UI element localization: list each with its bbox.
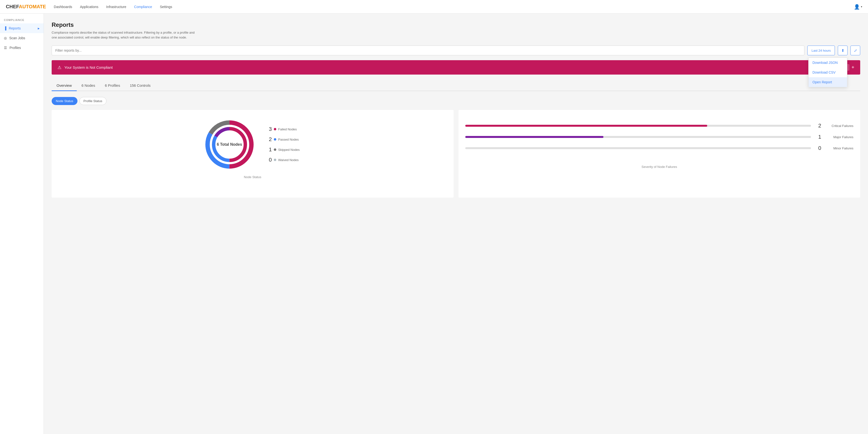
skipped-label: Skipped Nodes <box>278 148 303 152</box>
waived-dot <box>274 159 276 161</box>
sidebar-section-label: COMPLIANCE <box>0 13 43 23</box>
nav-dashboards[interactable]: Dashboards <box>54 5 72 9</box>
critical-fill <box>465 125 708 127</box>
failed-label: Failed Nodes <box>278 127 303 131</box>
reports-icon: ▐ <box>4 26 6 30</box>
filter-bar: Last 24 hours ⬆ Download JSON Download C… <box>52 45 860 55</box>
bar-row-major: 1 Major Failures <box>465 134 854 140</box>
major-count: 1 <box>814 134 821 140</box>
major-fill <box>465 136 604 138</box>
nav-infrastructure[interactable]: Infrastructure <box>106 5 126 9</box>
bar-row-minor: 0 Minor Failures <box>465 145 854 151</box>
scan-jobs-icon: ◎ <box>4 36 7 40</box>
sidebar-item-scan-jobs[interactable]: ◎ Scan Jobs <box>0 33 43 43</box>
minor-bar-track <box>465 147 811 149</box>
major-label: Major Failures <box>824 135 854 139</box>
legend-item-passed: 2 Passed Nodes <box>266 136 303 143</box>
dropdown-download-json[interactable]: Download JSON <box>809 58 847 67</box>
nav-applications[interactable]: Applications <box>80 5 98 9</box>
donut-area: 6 Total Nodes 3 Failed Nodes 2 Passed No… <box>59 118 447 171</box>
sidebar-item-reports[interactable]: ▐ Reports ▶ <box>0 23 43 33</box>
user-icon: 👤 <box>854 4 860 10</box>
brand-automate: AUTOMATE <box>19 4 46 9</box>
main-content: Reports Compliance reports describe the … <box>44 13 868 434</box>
waived-label: Waived Nodes <box>278 158 303 162</box>
tab-overview[interactable]: Overview <box>52 81 77 91</box>
nav-compliance[interactable]: Compliance <box>134 5 152 9</box>
page-description: Compliance reports describe the status o… <box>52 30 198 40</box>
major-track <box>465 136 811 138</box>
legend-item-waived: 0 Waived Nodes <box>266 157 303 163</box>
donut-container: 6 Total Nodes <box>203 118 256 171</box>
brand-chef: CHEF <box>6 4 19 9</box>
nav-settings[interactable]: Settings <box>160 5 172 9</box>
tab-profiles[interactable]: 6 Profiles <box>100 81 125 91</box>
sidebar-profiles-label: Profiles <box>9 46 21 50</box>
node-legend: 3 Failed Nodes 2 Passed Nodes 1 S <box>266 126 303 163</box>
reports-arrow-icon: ▶ <box>38 27 40 30</box>
filter-input[interactable] <box>52 45 804 55</box>
brand-logo[interactable]: CHEFAUTOMATE <box>6 4 46 9</box>
legend-item-failed: 3 Failed Nodes <box>266 126 303 132</box>
sidebar-scan-jobs-label: Scan Jobs <box>9 36 25 40</box>
passed-label: Passed Nodes <box>278 138 303 141</box>
dropdown-menu: Download JSON Download CSV Open Report <box>808 58 847 87</box>
profiles-icon: ☰ <box>4 46 7 50</box>
passed-dot <box>274 138 276 141</box>
user-menu[interactable]: 👤 ▾ <box>854 4 862 10</box>
minor-count: 0 <box>814 145 821 151</box>
dropdown-download-csv[interactable]: Download CSV <box>809 67 847 77</box>
critical-track <box>465 125 811 127</box>
alert-banner: ⚠ Your System is Not Compliant data + <box>52 60 860 74</box>
node-status-chart-card: 6 Total Nodes 3 Failed Nodes 2 Passed No… <box>52 110 454 198</box>
critical-count: 2 <box>814 123 821 129</box>
legend-item-skipped: 1 Skipped Nodes <box>266 147 303 153</box>
sidebar-reports-label: Reports <box>9 26 21 30</box>
alert-plus-icon[interactable]: + <box>851 65 855 70</box>
minor-label: Minor Failures <box>824 147 854 150</box>
bar-row-critical: 2 Critical Failures <box>465 123 854 129</box>
failed-dot <box>274 128 276 130</box>
tab-nodes[interactable]: 6 Nodes <box>77 81 100 91</box>
bar-chart-area: 2 Critical Failures 1 Major Failures <box>465 118 854 161</box>
upload-icon: ⬆ <box>841 48 844 53</box>
critical-label: Critical Failures <box>824 124 854 128</box>
toggle-node-status[interactable]: Node Status <box>52 97 78 105</box>
critical-bar-track <box>465 125 811 127</box>
donut-label: 6 Total Nodes <box>217 142 242 147</box>
share-icon: ⤢ <box>854 48 857 53</box>
share-button[interactable]: ⤢ <box>850 45 860 55</box>
sidebar: COMPLIANCE ▐ Reports ▶ ◎ Scan Jobs ☰ Pro… <box>0 13 44 434</box>
minor-track <box>465 147 811 149</box>
sidebar-item-profiles[interactable]: ☰ Profiles <box>0 43 43 53</box>
skipped-dot <box>274 148 276 151</box>
skipped-count: 1 <box>266 147 272 153</box>
waived-count: 0 <box>266 157 272 163</box>
user-chevron: ▾ <box>861 5 862 8</box>
toggle-group: Node Status Profile Status <box>52 97 860 105</box>
app-layout: COMPLIANCE ▐ Reports ▶ ◎ Scan Jobs ☰ Pro… <box>0 13 868 434</box>
failed-count: 3 <box>266 126 272 132</box>
severity-title: Severity of Node Failures <box>465 165 854 168</box>
page-title: Reports <box>52 22 860 28</box>
charts-row: 6 Total Nodes 3 Failed Nodes 2 Passed No… <box>52 110 860 198</box>
node-status-title: Node Status <box>59 175 447 179</box>
top-nav: CHEFAUTOMATE Dashboards Applications Inf… <box>0 0 868 13</box>
nav-items: Dashboards Applications Infrastructure C… <box>54 5 854 9</box>
major-bar-track <box>465 136 811 138</box>
passed-count: 2 <box>266 136 272 143</box>
alert-triangle-icon: ⚠ <box>58 65 61 70</box>
dropdown-open-report[interactable]: Open Report <box>809 77 847 87</box>
time-range-button[interactable]: Last 24 hours <box>807 45 835 55</box>
alert-text: Your System is Not Compliant <box>64 65 835 69</box>
severity-chart-card: 2 Critical Failures 1 Major Failures <box>459 110 861 198</box>
tab-controls[interactable]: 156 Controls <box>125 81 155 91</box>
download-button[interactable]: ⬆ Download JSON Download CSV Open Report <box>838 45 847 55</box>
toggle-profile-status[interactable]: Profile Status <box>80 97 106 105</box>
tabs: Overview 6 Nodes 6 Profiles 156 Controls <box>52 81 860 91</box>
